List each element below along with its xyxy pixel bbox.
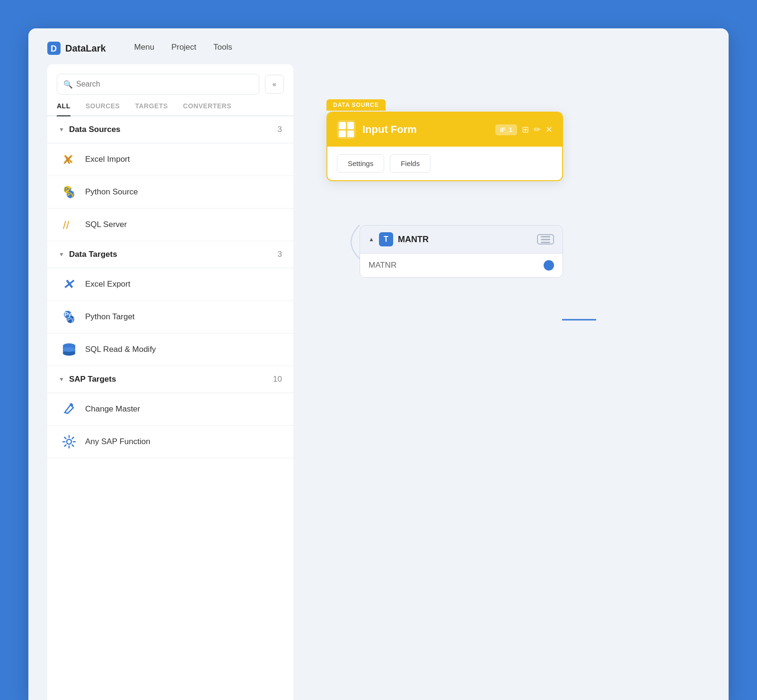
list-item-python-source[interactable]: Py Py Python Source <box>47 176 293 209</box>
collapse-triangle-targets[interactable]: ▼ <box>59 251 64 258</box>
sidebar-scroll: ▼ Data Sources 3 ✕ X Excel Import <box>47 116 293 700</box>
data-targets-section-header: ▼ Data Targets 3 <box>47 241 293 268</box>
mantr-field-name: MATNR <box>369 261 396 270</box>
card-id-badge: IF_1 <box>495 124 517 135</box>
python-target-icon: Py Py <box>61 308 78 325</box>
excel-export-label: Excel Export <box>85 280 130 289</box>
card-header: Input Form IF_1 ⊞ ✏ ✕ <box>327 113 562 147</box>
card-body: Settings Fields <box>327 147 562 180</box>
split-icon[interactable]: ⊞ <box>522 124 529 135</box>
any-sap-function-icon <box>61 433 78 450</box>
data-sources-count: 3 <box>278 125 282 134</box>
list-item-excel-export[interactable]: ✕ Excel Export <box>47 268 293 301</box>
sap-targets-section-header: ▼ SAP Targets 10 <box>47 366 293 393</box>
card-grid-icon <box>337 120 356 139</box>
list-item-python-target[interactable]: Py Py Python Target <box>47 301 293 333</box>
settings-button[interactable]: Settings <box>337 154 384 173</box>
python-source-label: Python Source <box>85 187 138 197</box>
header: D DataLark Menu Project Tools <box>28 28 729 55</box>
main-content: 🔍 « ALL SOURCES TARGETS CONVERTERS ▼ <box>28 64 729 700</box>
nav: Menu Project Tools <box>134 43 232 54</box>
change-master-icon <box>61 401 78 418</box>
excel-import-label: Excel Import <box>85 155 130 164</box>
mantr-header: ▲ T MANTR <box>360 226 563 253</box>
sql-server-label: SQL Server <box>85 220 127 229</box>
close-icon[interactable]: ✕ <box>546 124 553 135</box>
tab-all[interactable]: ALL <box>57 102 70 116</box>
tab-converters[interactable]: CONVERTERS <box>183 102 231 116</box>
sql-read-modify-label: SQL Read & Modify <box>85 345 156 354</box>
tab-targets[interactable]: TARGETS <box>135 102 167 116</box>
nav-tools[interactable]: Tools <box>213 43 232 54</box>
input-form-card: DATA SOURCE Input Form IF_1 ⊞ <box>326 112 563 181</box>
mantr-collapse-icon[interactable]: ▲ <box>369 236 374 243</box>
logo-icon: D <box>47 42 61 55</box>
collapse-triangle-sap[interactable]: ▼ <box>59 376 64 383</box>
data-sources-section-header: ▼ Data Sources 3 <box>47 116 293 143</box>
data-targets-count: 3 <box>278 250 282 259</box>
data-sources-title: Data Sources <box>69 125 121 134</box>
logo-area: D DataLark <box>47 42 106 55</box>
svg-point-19 <box>67 439 71 444</box>
collapse-icon: « <box>273 80 276 88</box>
svg-text:Py: Py <box>67 191 74 198</box>
mantr-body: MATNR <box>360 253 563 277</box>
excel-import-icon: ✕ X <box>61 151 78 168</box>
mantr-t-badge: T <box>379 232 393 246</box>
mantr-card: ▲ T MANTR MATNR <box>360 225 563 278</box>
mantr-title: MANTR <box>398 235 429 245</box>
nav-menu[interactable]: Menu <box>134 43 155 54</box>
search-icon: 🔍 <box>63 80 73 89</box>
mantr-connector-dot[interactable] <box>544 260 554 271</box>
svg-text:✕: ✕ <box>62 277 75 292</box>
search-area: 🔍 « <box>47 64 293 102</box>
tabs: ALL SOURCES TARGETS CONVERTERS <box>47 102 293 116</box>
canvas: DATA SOURCE Input Form IF_1 ⊞ <box>293 64 729 700</box>
sidebar: 🔍 « ALL SOURCES TARGETS CONVERTERS ▼ <box>47 64 293 700</box>
card-title: Input Form <box>362 123 417 136</box>
list-item-sql-server[interactable]: // SQL Server <box>47 209 293 241</box>
svg-text://: // <box>63 219 70 231</box>
collapse-triangle-sources[interactable]: ▼ <box>59 126 64 133</box>
list-item-change-master[interactable]: Change Master <box>47 393 293 426</box>
app-title: DataLark <box>65 43 106 54</box>
change-master-label: Change Master <box>85 404 140 414</box>
edit-icon[interactable]: ✏ <box>534 124 541 135</box>
any-sap-function-label: Any SAP Function <box>85 437 150 446</box>
svg-point-18 <box>63 347 75 352</box>
excel-export-icon: ✕ <box>61 276 78 293</box>
svg-text:D: D <box>51 44 57 53</box>
app-window: D DataLark Menu Project Tools 🔍 « <box>28 28 729 700</box>
search-input[interactable] <box>57 74 259 95</box>
list-item-sql-read-modify[interactable]: SQL Read & Modify <box>47 333 293 366</box>
python-target-label: Python Target <box>85 312 135 322</box>
sap-targets-title: SAP Targets <box>69 375 116 384</box>
python-source-icon: Py Py <box>61 184 78 201</box>
list-item-excel-import[interactable]: ✕ X Excel Import <box>47 143 293 176</box>
list-item-any-sap-function[interactable]: Any SAP Function <box>47 426 293 458</box>
collapse-button[interactable]: « <box>265 75 284 94</box>
svg-text:X: X <box>63 154 71 166</box>
card-badge: DATA SOURCE <box>326 99 386 111</box>
fields-button[interactable]: Fields <box>390 154 431 173</box>
search-wrapper: 🔍 <box>57 74 259 95</box>
mantr-layout-icon[interactable] <box>537 234 554 245</box>
sap-targets-count: 10 <box>273 375 282 384</box>
svg-text:Py: Py <box>67 316 74 323</box>
nav-project[interactable]: Project <box>171 43 196 54</box>
sql-server-icon: // <box>61 216 78 233</box>
sql-read-modify-icon <box>61 341 78 358</box>
tab-sources[interactable]: SOURCES <box>86 102 120 116</box>
data-targets-title: Data Targets <box>69 250 117 259</box>
